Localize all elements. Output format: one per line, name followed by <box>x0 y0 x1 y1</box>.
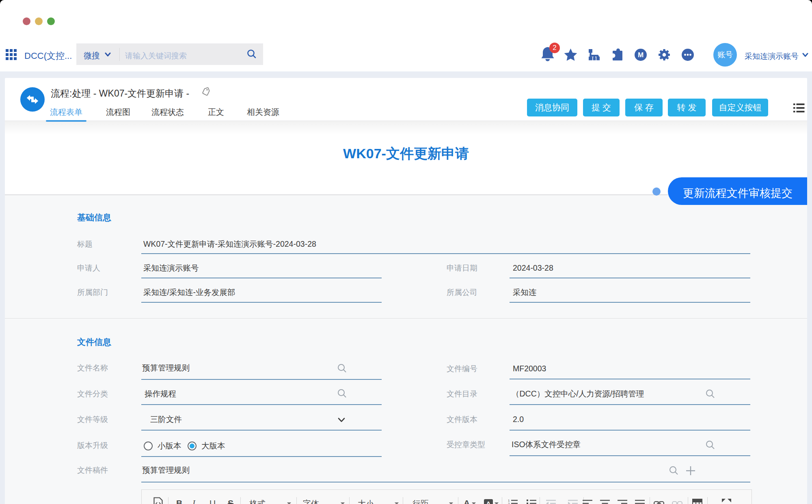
svg-text:2: 2 <box>508 502 510 504</box>
svg-text:M: M <box>638 51 644 59</box>
